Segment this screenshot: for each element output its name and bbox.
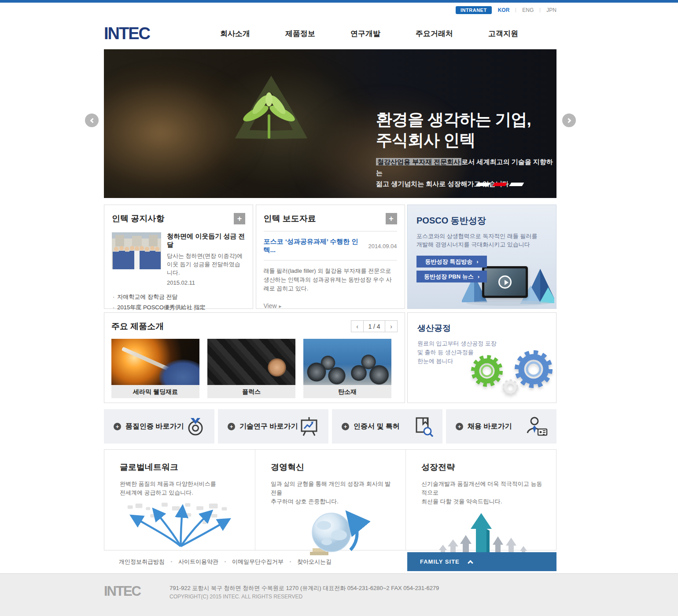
lang-kor[interactable]: KOR xyxy=(498,7,510,13)
plus-circle-icon: + xyxy=(456,423,463,430)
product-card-carbon[interactable]: 탄소재 xyxy=(303,339,391,398)
plus-circle-icon: + xyxy=(114,423,121,430)
gear-icon-green xyxy=(469,353,505,389)
divider-dot xyxy=(225,561,226,562)
notice-panel: 인텍 공지사항 + xyxy=(104,205,253,309)
nav-rnd[interactable]: 연구개발 xyxy=(350,29,380,39)
notice-list-item[interactable]: 2015年度 POSCO優秀供給社 指定 xyxy=(112,302,245,313)
slide-indicator-3[interactable] xyxy=(509,183,524,186)
gear-icon-blue xyxy=(512,348,555,390)
product-label: 탄소재 xyxy=(303,385,391,398)
feature-panels: 글로벌네트워크 완벽한 품질의 제품과 다양한서비스를 전세계에 공급하고 있습… xyxy=(104,449,556,550)
link-terms[interactable]: 사이트이용약관 xyxy=(178,558,218,566)
feature-body: 완벽한 품질의 제품과 다양한서비스를 전세계에 공급하고 있습니다. xyxy=(120,480,242,497)
nav-products[interactable]: 제품정보 xyxy=(285,29,315,39)
plus-circle-icon: + xyxy=(342,423,349,430)
notice-list: 자매학교에 장학금 전달 2015年度 POSCO優秀供給社 指定 xyxy=(112,292,245,313)
chevron-up-icon xyxy=(468,560,473,566)
production-process-panel[interactable]: 생산공정 원료의 입고부터 생산공정 포장 및 출하 등 생산과정을 한눈에 봅… xyxy=(407,312,556,403)
person-id-icon xyxy=(526,416,548,436)
link-privacy[interactable]: 개인정보취급방침 xyxy=(119,558,165,566)
pager-prev-button[interactable]: ‹ xyxy=(351,320,364,332)
hero-desc-highlight: 철강산업용 부자재 전문회사 xyxy=(376,158,461,165)
products-title: 주요 제품소개 xyxy=(111,321,164,332)
carousel-next-button[interactable] xyxy=(562,114,576,127)
nav-clients[interactable]: 주요거래처 xyxy=(416,29,453,39)
family-site-selector[interactable]: FAMILY SITE xyxy=(407,552,556,571)
notice-title: 인텍 공지사항 xyxy=(112,213,164,224)
plant-sprout xyxy=(236,88,302,147)
hero-title-line1: 환경을 생각하는 기업, xyxy=(376,109,556,130)
hero-description: 철강산업용 부자재 전문회사로서 세계최고의 기술을 지향하는 젊고 생기넘치는… xyxy=(376,156,556,189)
lang-eng[interactable]: ENG xyxy=(522,7,534,13)
site-header: INTEC 회사소개 제품정보 연구개발 주요거래처 고객지원 xyxy=(104,18,556,49)
products-row: 주요 제품소개 ‹ 1 / 4 › 세라믹 웰딩재료 플럭스 탄소재 xyxy=(104,312,556,403)
footer-address: 791-922 포항시 북구 청하면 청하면 수목원로 1270 (유계리) 대… xyxy=(170,584,439,593)
intec-logo[interactable]: INTEC xyxy=(104,24,150,43)
press-body: 래들 필러(ladle filler) 외 철강용 부자재를 전문으로 생산하는… xyxy=(264,267,397,293)
product-image xyxy=(111,339,199,385)
growth-arrows-illustration xyxy=(421,508,543,557)
hero-text: 환경을 생각하는 기업, 주식회사 인텍 철강산업용 부자재 전문회사로서 세계… xyxy=(376,109,556,189)
divider xyxy=(540,8,540,12)
pager-next-button[interactable]: › xyxy=(385,320,398,332)
nav-company[interactable]: 회사소개 xyxy=(220,29,250,39)
medal-icon xyxy=(185,416,206,436)
chevron-left-icon xyxy=(90,118,95,123)
info-row: 인텍 공지사항 + xyxy=(104,205,556,309)
carousel-prev-button[interactable] xyxy=(85,114,99,127)
lang-jpn[interactable]: JPN xyxy=(546,7,556,13)
link-directions[interactable]: 찾아오시는길 xyxy=(297,558,332,566)
nav-support[interactable]: 고객지원 xyxy=(488,29,518,39)
footer-copyright: COPYRIGHT(C) 2015 INTEC. ALL RIGHTS RESE… xyxy=(170,594,439,600)
global-network-illustration xyxy=(120,499,242,548)
press-headline-link[interactable]: 포스코 ‘성과공유과제’ 수행한 인텍... xyxy=(264,238,368,254)
hero-banner: 환경을 생각하는 기업, 주식회사 인텍 철강산업용 부자재 전문회사로서 세계… xyxy=(104,49,556,198)
quicklink-certificates[interactable]: + 인증서 및 특허 xyxy=(332,409,442,444)
plus-icon[interactable]: + xyxy=(386,213,397,224)
plus-icon[interactable]: + xyxy=(234,213,245,224)
globe-illustration xyxy=(271,508,392,557)
caret-right-icon: ▸ xyxy=(279,303,282,309)
divider-dot xyxy=(290,561,291,562)
product-card-flux[interactable]: 플럭스 xyxy=(207,339,295,398)
posco-broadcast-button[interactable]: 동반성장 특집방송› xyxy=(416,256,487,268)
quicklink-research[interactable]: + 기술연구 바로가기 xyxy=(218,409,328,444)
quicklink-quality[interactable]: + 품질인증 바로가기 xyxy=(104,409,214,444)
notice-featured-body: 당사는 청하면(면장 이종각)에 이웃 돕기 성금을 전달하였습니다. xyxy=(167,252,245,277)
hero-desc-line2: 젊고 생기넘치는 회사로 성장해가고 있습니다. xyxy=(376,178,556,189)
pager-label: 1 / 4 xyxy=(364,320,385,332)
link-no-email[interactable]: 이메일무단수집거부 xyxy=(232,558,284,566)
slide-indicator-1[interactable] xyxy=(476,183,491,186)
notice-featured-item[interactable]: 청하면에 이웃돕기 성금 전달 당사는 청하면(면장 이종각)에 이웃 돕기 성… xyxy=(112,232,245,286)
book-search-icon xyxy=(413,416,434,437)
intranet-button[interactable]: INTRANET xyxy=(456,6,492,14)
press-view-link[interactable]: View▸ xyxy=(264,302,397,309)
notice-list-item[interactable]: 자매학교에 장학금 전달 xyxy=(112,292,245,302)
feature-growth-strategy: 성장전략 신기술개발과 품질개선에 더욱 적극적이고 능동적으로 최선을 다할 … xyxy=(405,450,556,550)
feature-title: 경영혁신 xyxy=(271,462,392,473)
utility-bar: INTRANET KOR ENG JPN xyxy=(0,3,678,18)
legal-row: 개인정보취급방침 사이트이용약관 이메일무단수집거부 찾아오시는길 FAMILY… xyxy=(104,552,556,571)
posco-description: 포스코와의 상생협력으로 독자적인 래들 필러를 개발해 경영시너지를 극대화시… xyxy=(416,232,547,249)
plus-circle-icon: + xyxy=(228,423,235,430)
feature-body: 일과 삶의 균형을 통해 개인의 성장과 회사의 발전을 추구하며 상호 존중합… xyxy=(271,480,392,506)
quicklinks-row: + 품질인증 바로가기 + 기술연구 바로가기 + 인증서 및 특허 + 채용 xyxy=(104,409,556,444)
main-navigation: 회사소개 제품정보 연구개발 주요거래처 고객지원 xyxy=(220,29,518,39)
chevron-right-icon xyxy=(566,118,571,123)
slide-indicator-2-active[interactable] xyxy=(493,183,508,186)
feature-title: 성장전략 xyxy=(421,462,543,473)
posco-title: POSCO 동반성장 xyxy=(416,215,547,227)
posco-pbn-news-button[interactable]: 동반성장 PBN 뉴스› xyxy=(416,271,487,282)
angle-right-icon: › xyxy=(478,273,479,280)
divider xyxy=(516,8,516,12)
products-panel: 주요 제품소개 ‹ 1 / 4 › 세라믹 웰딩재료 플럭스 탄소재 xyxy=(104,312,405,403)
product-image xyxy=(207,339,295,385)
carousel-indicators xyxy=(477,183,523,186)
press-title: 인텍 보도자료 xyxy=(264,213,316,224)
feature-title: 글로벌네트워크 xyxy=(120,462,242,473)
product-card-ceramic-welding[interactable]: 세라믹 웰딩재료 xyxy=(111,339,199,398)
products-pager: ‹ 1 / 4 › xyxy=(351,320,398,332)
quicklink-recruit[interactable]: + 채용 바로가기 xyxy=(446,409,556,444)
process-title: 생산공정 xyxy=(417,323,546,334)
